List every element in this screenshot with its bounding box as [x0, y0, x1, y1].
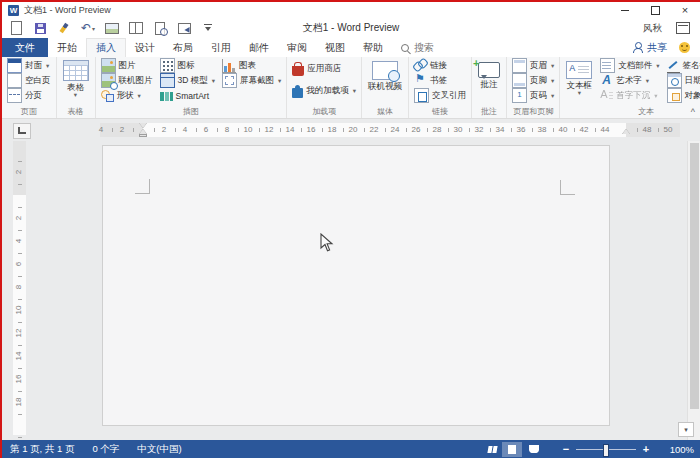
group-label: 表格 — [57, 106, 95, 117]
group-label: 媒体 — [362, 106, 408, 117]
ruler-mark — [658, 128, 659, 132]
zoom-level[interactable]: 100% — [660, 444, 694, 455]
tab-file[interactable]: 文件 — [2, 38, 48, 57]
maximize-button[interactable] — [640, 2, 670, 18]
footer-button[interactable]: 页脚▾ — [510, 73, 556, 88]
collapse-ribbon-icon[interactable]: ^ — [691, 108, 695, 117]
my-add-ins-button[interactable]: 我的加载项▾ — [290, 80, 358, 102]
text-box-button[interactable]: 文本框 ▾ — [563, 58, 595, 97]
mouse-cursor — [320, 233, 334, 253]
ruler-mark — [238, 128, 239, 132]
chart-button[interactable]: 图表 — [220, 58, 283, 73]
page-break-button[interactable]: 分页 — [5, 88, 53, 103]
read-mode-icon[interactable] — [480, 442, 500, 457]
ruler-mark: 18 — [12, 393, 26, 411]
quick-parts-button[interactable]: 文档部件▾ — [598, 58, 661, 73]
shapes-button[interactable]: 形状▾ — [99, 88, 155, 103]
dropdown-arrow-icon: ▾ — [578, 90, 581, 97]
header-button[interactable]: 页眉▾ — [510, 58, 556, 73]
undo-icon[interactable]: ↶▾ — [81, 21, 95, 35]
feedback-smiley-icon[interactable] — [679, 42, 690, 53]
tab-mailings[interactable]: 邮件 — [240, 38, 278, 57]
3d-model-icon — [160, 73, 175, 88]
tab-view[interactable]: 视图 — [316, 38, 354, 57]
language-indicator[interactable]: 中文(中国) — [137, 443, 181, 456]
zoom-in-button[interactable]: + — [638, 443, 654, 455]
left-indent-marker[interactable] — [139, 134, 147, 137]
horizontal-ruler[interactable]: 4224681012141618202224262830323436384042… — [100, 123, 680, 137]
drop-cap-button[interactable]: 首字下沉▾ — [598, 88, 661, 103]
customize-quick-access-icon[interactable] — [201, 21, 215, 35]
page-indicator[interactable]: 第 1 页, 共 1 页 — [10, 443, 74, 456]
vertical-ruler[interactable]: 224681012141618 — [13, 141, 26, 435]
close-button[interactable]: × — [670, 2, 700, 18]
search-box[interactable]: 搜索 — [392, 38, 443, 57]
smartart-button[interactable]: SmartArt — [158, 88, 218, 103]
ruler-mark: 38 — [533, 123, 551, 137]
zoom-out-button[interactable]: − — [558, 443, 574, 455]
save-icon[interactable] — [33, 21, 47, 35]
blank-page-button[interactable]: 空白页 — [5, 73, 53, 88]
screenshot-button[interactable]: 屏幕截图▾ — [220, 73, 283, 88]
wordart-button[interactable]: 艺术字▾ — [598, 73, 661, 88]
first-line-indent-marker[interactable] — [139, 123, 147, 128]
tab-layout[interactable]: 布局 — [164, 38, 202, 57]
online-video-icon — [372, 61, 398, 80]
share-button[interactable]: 共享 — [633, 41, 667, 55]
link-button[interactable]: 链接 — [412, 58, 468, 73]
vertical-scrollbar[interactable] — [687, 141, 700, 440]
group-label: 链接 — [409, 106, 471, 117]
tab-stop-selector[interactable] — [13, 123, 31, 139]
user-name[interactable]: 风秋 — [643, 22, 662, 35]
online-video-button[interactable]: 联机视频 — [365, 58, 405, 91]
ruler-mark — [18, 230, 22, 231]
web-layout-icon[interactable] — [524, 442, 544, 457]
side-by-side-icon[interactable] — [129, 21, 143, 35]
object-button[interactable]: 对象▾ — [665, 88, 700, 103]
tab-home[interactable]: 开始 — [48, 38, 86, 57]
print-preview-icon[interactable] — [153, 21, 167, 35]
word-count[interactable]: 0 个字 — [92, 443, 119, 456]
ruler-mark: 50 — [659, 123, 677, 137]
dropdown-arrow-icon: ▾ — [46, 62, 49, 70]
comment-button[interactable]: 批注 — [475, 58, 503, 89]
right-indent-marker[interactable] — [622, 129, 630, 134]
tab-help[interactable]: 帮助 — [354, 38, 392, 57]
cross-reference-button[interactable]: 交叉引用 — [412, 88, 468, 103]
tab-design[interactable]: 设计 — [126, 38, 164, 57]
new-file-icon[interactable] — [9, 21, 23, 35]
ruler-mark — [18, 253, 22, 254]
cover-page-icon — [7, 58, 22, 73]
pictures-button[interactable]: 图片 — [99, 58, 155, 73]
online-pictures-button[interactable]: 联机图片 — [99, 73, 155, 88]
page-number-button[interactable]: 页码▾ — [510, 88, 556, 103]
print-layout-icon[interactable] — [502, 442, 522, 457]
tab-references[interactable]: 引用 — [202, 38, 240, 57]
icons-button[interactable]: 图标 — [158, 58, 218, 73]
dropdown-arrow-icon: ▾ — [656, 62, 659, 70]
bookmark-icon — [414, 74, 427, 87]
minimize-button[interactable] — [610, 2, 640, 18]
tab-review[interactable]: 审阅 — [278, 38, 316, 57]
screen-clip-icon[interactable] — [105, 21, 119, 35]
tab-insert[interactable]: 插入 — [86, 38, 126, 57]
date-time-button[interactable]: 日期和时间 — [665, 73, 700, 88]
scrollbar-thumb[interactable] — [690, 143, 699, 409]
cover-page-button[interactable]: 封面▾ — [5, 58, 53, 73]
signature-line-button[interactable]: 签名行▾ — [665, 58, 700, 73]
touch-mouse-mode-icon[interactable] — [177, 21, 191, 35]
smartart-icon — [160, 92, 173, 101]
table-button[interactable]: 表格 ▾ — [60, 58, 92, 99]
ribbon-display-options-icon[interactable] — [676, 22, 690, 34]
document-page[interactable] — [102, 145, 610, 426]
dropdown-arrow-icon: ▾ — [138, 92, 141, 100]
zoom-slider-thumb[interactable] — [603, 444, 609, 457]
store-button[interactable]: 应用商店 — [290, 58, 358, 80]
format-painter-icon[interactable] — [57, 21, 71, 35]
zoom-slider[interactable] — [576, 449, 636, 450]
browse-next-button[interactable]: ▾ — [678, 422, 694, 437]
3d-models-button[interactable]: 3D 模型▾ — [158, 73, 218, 88]
group-add-ins: 应用商店 我的加载项▾ 加载项 — [287, 57, 362, 118]
bookmark-button[interactable]: 书签 — [412, 73, 468, 88]
ruler-mark: 32 — [470, 123, 488, 137]
